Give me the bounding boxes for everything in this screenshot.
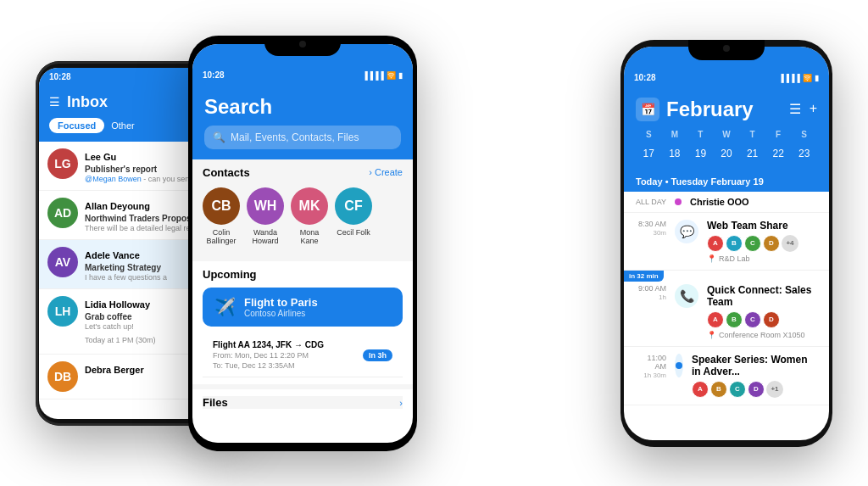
cal-add-icon[interactable]: + xyxy=(810,101,817,117)
wifi-icon-c: 🛜 xyxy=(387,71,396,80)
cal-today[interactable]: 19 xyxy=(687,148,714,159)
cal-event-row[interactable]: 11:00 AM1h 30m Speaker Series: Women in … xyxy=(624,347,829,405)
cal-date-17[interactable]: 17 xyxy=(636,144,662,163)
flight-airline: Contoso Airlines xyxy=(244,309,318,318)
notch-center xyxy=(264,36,341,56)
tab-other[interactable]: Other xyxy=(111,120,135,131)
contacts-label: Contacts xyxy=(203,166,250,179)
cal-date-22[interactable]: 22 xyxy=(765,144,792,163)
avatar: C xyxy=(744,311,761,328)
list-item[interactable]: MK MonaKane xyxy=(291,187,328,247)
avatar: DB xyxy=(47,361,78,392)
contact-name: WandaHoward xyxy=(252,228,278,247)
flight-detail-row[interactable]: Flight AA 1234, JFK → CDG From: Mon, Dec… xyxy=(203,333,403,377)
status-time-right: 10:28 xyxy=(634,73,656,82)
contact-avatar: CF xyxy=(335,187,372,225)
battery-icon-c: ▮ xyxy=(398,71,403,80)
avatar: C xyxy=(729,381,746,398)
contact-avatar: CB xyxy=(203,187,240,225)
search-bar[interactable]: 🔍 Mail, Events, Contacts, Files xyxy=(204,126,401,149)
files-action[interactable]: › xyxy=(399,398,403,408)
avatar: A xyxy=(707,235,724,252)
email-from: Allan Deyoung xyxy=(85,201,150,211)
event-title: Speaker Series: Women in Adver... xyxy=(692,354,819,377)
contacts-section-header: Contacts › Create xyxy=(192,159,413,184)
event-time: 9:00 AM1h xyxy=(634,284,666,339)
tab-focused[interactable]: Focused xyxy=(49,118,104,133)
cal-date-20[interactable]: 20 xyxy=(714,144,740,163)
battery-icon-r: ▮ xyxy=(815,74,819,82)
event-duration: 1h xyxy=(659,293,666,301)
status-time-center: 10:28 xyxy=(203,70,225,80)
day-thu: T xyxy=(739,130,765,139)
phone-search: 10:28 ▐▐▐▐ 🛜 ▮ Search 🔍 Mail, Events, Co… xyxy=(188,36,417,451)
contact-avatar: MK xyxy=(291,187,328,225)
avatar-overflow: +4 xyxy=(782,235,798,252)
contact-name: ColinBallinger xyxy=(206,228,236,247)
list-item[interactable]: CB ColinBallinger xyxy=(203,187,240,247)
search-header: Search 🔍 Mail, Events, Contacts, Files xyxy=(192,87,413,159)
flight-detail-content: Flight AA 1234, JFK → CDG From: Mon, Dec… xyxy=(213,340,324,370)
cal-dates-row: 17 18 19 20 21 22 23 xyxy=(636,144,817,163)
cal-event-row[interactable]: 9:00 AM1h 📞 Quick Connect: Sales Team A … xyxy=(624,271,829,347)
list-item[interactable]: CF Cecil Folk xyxy=(335,187,372,247)
avatar: B xyxy=(710,381,727,398)
cal-date-23[interactable]: 23 xyxy=(791,144,817,163)
email-from: Adele Vance xyxy=(85,250,140,260)
search-title: Search xyxy=(204,95,401,119)
cal-event-row[interactable]: 8:30 AM30m 💬 Web Team Share A B C D +4 xyxy=(624,213,829,271)
event-title: Web Team Share xyxy=(707,220,819,232)
cal-grid-icon[interactable]: ☰ xyxy=(789,101,801,117)
all-day-label: ALL DAY xyxy=(634,198,666,206)
signal-icon-r: ▐▐▐▐ xyxy=(778,74,800,82)
flight-info: Flight to Paris Contoso Airlines xyxy=(244,296,318,318)
event-title: Quick Connect: Sales Team xyxy=(707,284,819,308)
avatar-overflow: +1 xyxy=(766,381,783,398)
cal-days-header: S M T W T F S xyxy=(636,130,817,139)
avatar: A xyxy=(692,381,709,398)
email-from: Debra Berger xyxy=(85,365,144,375)
phone-calendar: 10:28 ▐▐▐▐ 🛜 ▮ 📅 February ☰ + xyxy=(620,40,832,447)
event-title: Christie OOO xyxy=(690,197,749,207)
search-content: Contacts › Create CB ColinBallinger WH W… xyxy=(192,159,413,413)
menu-icon[interactable]: ☰ xyxy=(49,95,60,109)
screen-right: 10:28 ▐▐▐▐ 🛜 ▮ 📅 February ☰ + xyxy=(624,47,829,440)
call-icon: 📞 xyxy=(680,289,694,303)
cal-date-21[interactable]: 21 xyxy=(739,144,765,163)
avatar: D xyxy=(763,235,780,252)
cal-date-18[interactable]: 18 xyxy=(662,144,688,163)
email-from: Lidia Holloway xyxy=(85,299,150,310)
cal-date-19[interactable]: 19 xyxy=(687,144,714,163)
flight-card[interactable]: ✈️ Flight to Paris Contoso Airlines xyxy=(203,288,403,327)
cal-top-row: 📅 February ☰ + xyxy=(636,98,817,121)
contact-name: Cecil Folk xyxy=(337,228,370,237)
list-item[interactable]: WH WandaHoward xyxy=(247,187,284,247)
avatar: AD xyxy=(47,198,78,228)
day-wed: W xyxy=(714,130,740,139)
contacts-action[interactable]: › Create xyxy=(369,167,403,177)
files-label: Files xyxy=(203,396,228,409)
cal-event-row[interactable]: ALL DAY Christie OOO xyxy=(624,192,829,213)
avatar: B xyxy=(726,311,743,328)
flight-route: Flight AA 1234, JFK → CDG xyxy=(213,340,324,349)
flight-from: From: Mon, Dec 11 2:20 PM xyxy=(213,351,324,360)
location-icon: 📍 xyxy=(707,331,716,339)
avatar: C xyxy=(744,235,761,252)
status-icons-right: ▐▐▐▐ 🛜 ▮ xyxy=(778,74,819,82)
avatar: A xyxy=(707,311,724,328)
signal-icon-c: ▐▐▐▐ xyxy=(362,71,384,80)
event-time: Today at 1 PM (30m) xyxy=(85,336,156,344)
notch-right xyxy=(688,40,765,60)
location-name: R&D Lab xyxy=(719,254,750,263)
event-dot-icon xyxy=(675,354,683,377)
avatar: LG xyxy=(47,148,78,179)
avatar: LH xyxy=(47,296,78,327)
wifi-icon-r: 🛜 xyxy=(803,74,812,82)
cal-events: ALL DAY Christie OOO 8:30 AM30m 💬 Web Te… xyxy=(624,192,829,405)
email-from: Lee Gu xyxy=(85,152,116,162)
event-duration: 30m xyxy=(653,229,666,237)
contact-avatar: WH xyxy=(247,187,284,225)
event-location: 📍 R&D Lab xyxy=(707,254,819,263)
calendar-header: 📅 February ☰ + S M T W T F S xyxy=(624,89,829,171)
event-icon: 📞 xyxy=(675,284,698,308)
